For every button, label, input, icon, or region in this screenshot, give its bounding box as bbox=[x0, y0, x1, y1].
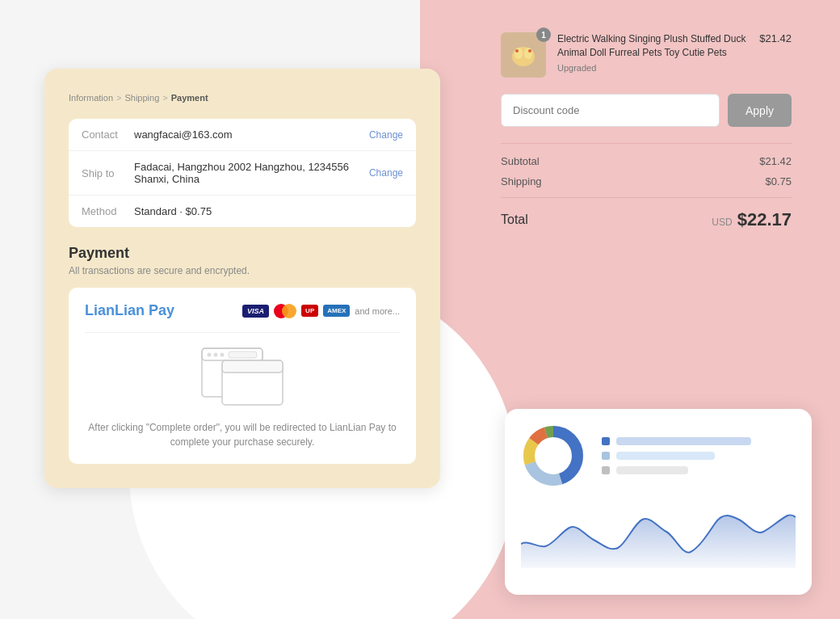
svg-point-9 bbox=[214, 353, 218, 357]
product-quantity-badge: 1 bbox=[536, 27, 551, 42]
svg-point-3 bbox=[515, 49, 519, 53]
lianlian-logo: LianLian Pay bbox=[85, 302, 174, 319]
svg-rect-11 bbox=[229, 352, 257, 358]
method-value: Standard · $0.75 bbox=[134, 205, 403, 217]
line-chart-svg bbox=[521, 499, 796, 568]
contact-change-link[interactable]: Change bbox=[369, 129, 403, 141]
more-cards-text: and more... bbox=[355, 306, 400, 316]
donut-legend bbox=[602, 423, 796, 488]
payment-divider bbox=[85, 332, 400, 333]
payment-header: LianLian Pay VISA UP AMEX and more... bbox=[85, 302, 400, 319]
shipto-change-link[interactable]: Change bbox=[369, 167, 403, 179]
total-currency: USD bbox=[712, 217, 732, 228]
svg-point-21 bbox=[537, 440, 569, 472]
svg-point-4 bbox=[524, 48, 532, 59]
product-price: $21.42 bbox=[759, 32, 792, 44]
analytics-card bbox=[505, 409, 812, 595]
breadcrumb-sep-1: > bbox=[116, 93, 121, 103]
legend-bar-2 bbox=[616, 452, 715, 460]
contact-value: wangfacai@163.com bbox=[134, 128, 369, 141]
analytics-top bbox=[521, 423, 796, 488]
breadcrumb-information: Information bbox=[69, 93, 113, 103]
apply-discount-button[interactable]: Apply bbox=[728, 94, 792, 127]
order-summary-panel: 1 Electric Walking Singing Plush Stuffed… bbox=[485, 16, 808, 246]
method-row: Method Standard · $0.75 bbox=[69, 196, 416, 227]
shipping-row: Shipping $0.75 bbox=[501, 175, 792, 187]
subtotal-row: Subtotal $21.42 bbox=[501, 155, 792, 167]
payment-redirect-text: After clicking "Complete order", you wil… bbox=[85, 420, 400, 449]
svg-point-2 bbox=[514, 48, 523, 59]
payment-subtitle: All transactions are secure and encrypte… bbox=[69, 265, 416, 276]
shipto-value: Fadacai, Hangzhou 2002 Hangzhou, 1234556… bbox=[134, 161, 369, 185]
legend-dot-2 bbox=[602, 452, 610, 460]
payment-title: Payment bbox=[69, 245, 416, 262]
shipto-row: Ship to Fadacai, Hangzhou 2002 Hangzhou,… bbox=[69, 151, 416, 196]
info-grid: Contact wangfacai@163.com Change Ship to… bbox=[69, 119, 416, 227]
legend-bar-3 bbox=[616, 466, 688, 474]
subtotal-value: $21.42 bbox=[759, 155, 792, 167]
browser-redirect-svg bbox=[198, 344, 287, 409]
totals-section: Subtotal $21.42 Shipping $0.75 Total USD… bbox=[501, 143, 792, 230]
total-amount: $22.17 bbox=[737, 209, 792, 230]
donut-chart bbox=[521, 423, 586, 488]
checkout-card: Information > Shipping > Payment Contact… bbox=[44, 69, 440, 488]
discount-code-input[interactable] bbox=[501, 94, 720, 127]
product-name: Electric Walking Singing Plush Stuffed D… bbox=[557, 32, 748, 60]
contact-row: Contact wangfacai@163.com Change bbox=[69, 119, 416, 151]
unionpay-icon: UP bbox=[301, 305, 318, 317]
legend-item-1 bbox=[602, 437, 796, 445]
amex-icon: AMEX bbox=[323, 305, 350, 317]
product-tag: Upgraded bbox=[557, 63, 748, 73]
breadcrumb-sep-2: > bbox=[162, 93, 167, 103]
subtotal-label: Subtotal bbox=[501, 155, 540, 167]
svg-point-10 bbox=[220, 353, 225, 357]
payment-box: LianLian Pay VISA UP AMEX and more... bbox=[69, 288, 416, 464]
svg-rect-14 bbox=[222, 360, 283, 373]
visa-icon: VISA bbox=[242, 305, 269, 318]
breadcrumb: Information > Shipping > Payment bbox=[69, 93, 416, 103]
product-image-wrap: 1 bbox=[501, 32, 546, 78]
breadcrumb-shipping: Shipping bbox=[124, 93, 159, 103]
legend-dot-3 bbox=[602, 466, 610, 474]
method-label: Method bbox=[82, 205, 134, 217]
legend-bar-1 bbox=[616, 437, 751, 445]
contact-label: Contact bbox=[82, 128, 134, 141]
payment-redirect-icon bbox=[85, 344, 400, 409]
mastercard-icon bbox=[274, 304, 296, 318]
total-amount-wrap: USD $22.17 bbox=[712, 209, 792, 230]
line-chart bbox=[521, 499, 796, 572]
product-row: 1 Electric Walking Singing Plush Stuffed… bbox=[501, 32, 792, 78]
total-label: Total bbox=[501, 213, 528, 227]
shipping-value: $0.75 bbox=[765, 175, 792, 187]
discount-row: Apply bbox=[501, 94, 792, 127]
shipping-label: Shipping bbox=[501, 175, 542, 187]
breadcrumb-payment: Payment bbox=[171, 93, 208, 103]
svg-point-8 bbox=[208, 353, 212, 357]
shipto-label: Ship to bbox=[82, 167, 134, 179]
legend-dot-1 bbox=[602, 437, 610, 445]
legend-item-2 bbox=[602, 452, 796, 460]
payment-icons: VISA UP AMEX and more... bbox=[242, 304, 400, 318]
total-row: Total USD $22.17 bbox=[501, 197, 792, 230]
svg-point-5 bbox=[528, 49, 531, 53]
legend-item-3 bbox=[602, 466, 796, 474]
product-info: Electric Walking Singing Plush Stuffed D… bbox=[557, 32, 748, 73]
